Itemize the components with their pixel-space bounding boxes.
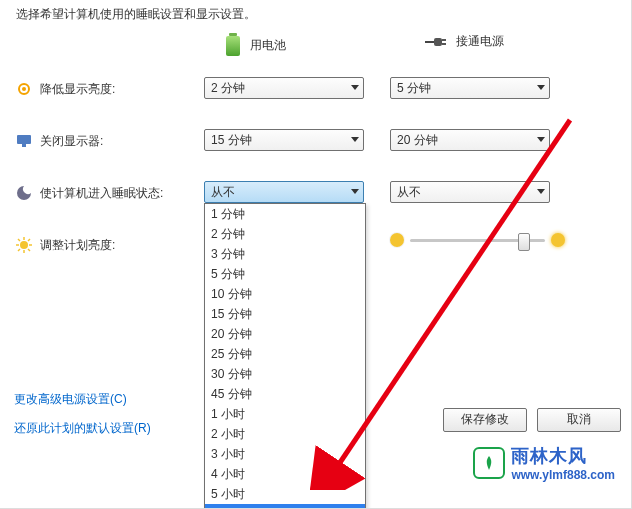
svg-rect-8 xyxy=(22,144,26,147)
watermark-url: www.ylmf888.com xyxy=(511,468,615,482)
dropdown-item[interactable]: 1 小时 xyxy=(205,404,365,424)
off-plugged-value: 20 分钟 xyxy=(397,133,438,147)
button-bar: 保存修改 取消 xyxy=(443,408,621,432)
svg-point-6 xyxy=(22,87,26,91)
svg-rect-1 xyxy=(226,36,240,56)
monitor-icon xyxy=(16,133,32,149)
chevron-down-icon xyxy=(351,85,359,90)
watermark-logo-icon xyxy=(473,447,505,479)
dim-plugged-combo[interactable]: 5 分钟 xyxy=(390,77,550,99)
row-off-display: 关闭显示器: 15 分钟 20 分钟 xyxy=(14,129,621,175)
cancel-button[interactable]: 取消 xyxy=(537,408,621,432)
chevron-down-icon xyxy=(351,137,359,142)
battery-icon xyxy=(224,33,242,57)
sleep-battery-combo[interactable]: 从不 xyxy=(204,181,364,203)
col-plugged-label: 接通电源 xyxy=(456,33,504,50)
chevron-down-icon xyxy=(537,85,545,90)
col-battery-label: 用电池 xyxy=(250,37,286,54)
dim-battery-value: 2 分钟 xyxy=(211,81,245,95)
svg-line-17 xyxy=(18,249,20,251)
chevron-down-icon xyxy=(351,189,359,194)
svg-line-16 xyxy=(28,239,30,241)
off-battery-combo[interactable]: 15 分钟 xyxy=(204,129,364,151)
dropdown-item[interactable]: 10 分钟 xyxy=(205,284,365,304)
dropdown-item[interactable]: 5 分钟 xyxy=(205,264,365,284)
svg-point-9 xyxy=(20,241,28,249)
dropdown-item[interactable]: 20 分钟 xyxy=(205,324,365,344)
row-dim-display: 降低显示亮度: 2 分钟 5 分钟 xyxy=(14,77,621,123)
dropdown-item[interactable]: 4 小时 xyxy=(205,464,365,484)
svg-line-14 xyxy=(18,239,20,241)
moon-icon xyxy=(16,185,32,201)
dropdown-item[interactable]: 3 小时 xyxy=(205,444,365,464)
dropdown-item[interactable]: 2 小时 xyxy=(205,424,365,444)
row-sleep: 使计算机进入睡眠状态: 从不 从不 1 分钟2 分钟3 分钟5 分钟10 分钟1… xyxy=(14,181,621,227)
col-plugged: 接通电源 xyxy=(424,33,504,50)
col-battery: 用电池 xyxy=(224,33,286,57)
dropdown-item[interactable]: 从不 xyxy=(205,504,365,509)
dropdown-item[interactable]: 2 分钟 xyxy=(205,224,365,244)
sun-dim-icon xyxy=(390,233,404,247)
sleep-plugged-combo[interactable]: 从不 xyxy=(390,181,550,203)
brightness-slider-plugged[interactable] xyxy=(390,233,565,247)
svg-rect-0 xyxy=(229,33,237,36)
dim-label: 降低显示亮度: xyxy=(40,81,115,98)
watermark: 雨林木风 www.ylmf888.com xyxy=(473,444,615,482)
svg-rect-7 xyxy=(17,135,31,144)
sun-dim-icon xyxy=(16,81,32,97)
off-battery-value: 15 分钟 xyxy=(211,133,252,147)
watermark-brand: 雨林木风 xyxy=(511,444,615,468)
dim-battery-combo[interactable]: 2 分钟 xyxy=(204,77,364,99)
slider-track[interactable] xyxy=(410,239,545,242)
sun-bright-icon xyxy=(551,233,565,247)
svg-line-15 xyxy=(28,249,30,251)
svg-rect-3 xyxy=(442,39,446,41)
sun-icon xyxy=(16,237,32,253)
chevron-down-icon xyxy=(537,189,545,194)
column-headers: 用电池 接通电源 xyxy=(14,33,621,71)
off-label: 关闭显示器: xyxy=(40,133,103,150)
sleep-battery-value: 从不 xyxy=(211,185,235,199)
svg-rect-4 xyxy=(442,43,446,45)
sleep-plugged-value: 从不 xyxy=(397,185,421,199)
dropdown-item[interactable]: 45 分钟 xyxy=(205,384,365,404)
dropdown-item[interactable]: 5 小时 xyxy=(205,484,365,504)
dropdown-item[interactable]: 15 分钟 xyxy=(205,304,365,324)
off-plugged-combo[interactable]: 20 分钟 xyxy=(390,129,550,151)
dim-plugged-value: 5 分钟 xyxy=(397,81,431,95)
dropdown-item[interactable]: 25 分钟 xyxy=(205,344,365,364)
svg-rect-2 xyxy=(434,38,442,46)
dropdown-item[interactable]: 30 分钟 xyxy=(205,364,365,384)
slider-thumb[interactable] xyxy=(518,233,530,251)
sleep-battery-dropdown[interactable]: 1 分钟2 分钟3 分钟5 分钟10 分钟15 分钟20 分钟25 分钟30 分… xyxy=(204,203,366,509)
plug-icon xyxy=(424,35,448,49)
page-description: 选择希望计算机使用的睡眠设置和显示设置。 xyxy=(16,6,621,23)
chevron-down-icon xyxy=(537,137,545,142)
save-button[interactable]: 保存修改 xyxy=(443,408,527,432)
dropdown-item[interactable]: 3 分钟 xyxy=(205,244,365,264)
bright-label: 调整计划亮度: xyxy=(40,237,115,254)
dropdown-item[interactable]: 1 分钟 xyxy=(205,204,365,224)
sleep-label: 使计算机进入睡眠状态: xyxy=(40,185,163,202)
